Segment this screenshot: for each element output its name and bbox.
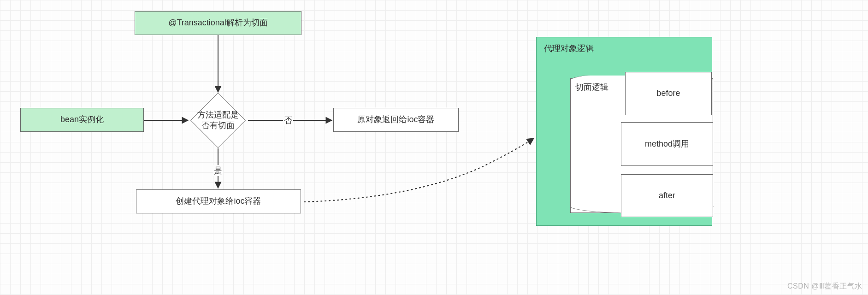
- container-aspect-logic-title: 切面逻辑: [575, 82, 608, 93]
- node-create-proxy: 创建代理对象给ioc容器: [136, 189, 301, 213]
- node-bean-instance-label: bean实例化: [60, 114, 104, 125]
- edges-layer: [0, 0, 868, 295]
- container-proxy-logic-title: 代理对象逻辑: [544, 43, 594, 54]
- node-method-call-label: method调用: [645, 138, 689, 150]
- node-transactional: @Transactional解析为切面: [135, 11, 301, 35]
- edge-label-yes: 是: [213, 165, 223, 176]
- node-method-match: 方法适配是否有切面: [190, 93, 246, 148]
- node-method-call: method调用: [621, 122, 713, 166]
- node-after: after: [621, 174, 713, 217]
- node-bean-instance: bean实例化: [20, 108, 144, 132]
- node-transactional-label: @Transactional解析为切面: [168, 17, 268, 29]
- node-method-match-label: 方法适配是否有切面: [194, 110, 242, 131]
- node-original-return-label: 原对象返回给ioc容器: [357, 114, 434, 125]
- edge-label-no: 否: [283, 115, 293, 126]
- node-create-proxy-label: 创建代理对象给ioc容器: [176, 195, 261, 207]
- node-before: before: [625, 72, 712, 115]
- node-before-label: before: [656, 88, 680, 99]
- node-after-label: after: [659, 190, 675, 201]
- node-original-return: 原对象返回给ioc容器: [333, 108, 459, 132]
- watermark: CSDN @Ⅲ藿香正气水: [787, 282, 862, 291]
